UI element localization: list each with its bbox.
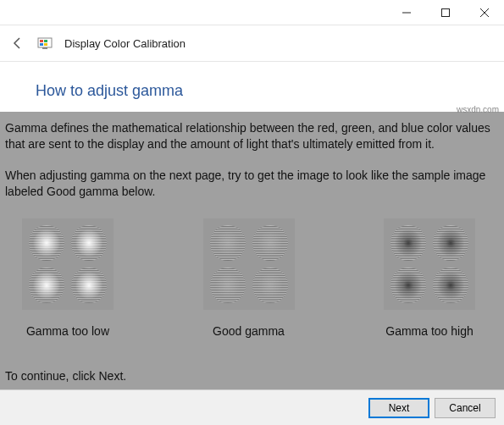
- gamma-good-image: [203, 218, 295, 310]
- back-button[interactable]: [10, 36, 25, 51]
- svg-rect-5: [40, 40, 43, 42]
- gamma-samples: Gamma too low Good gamma Gamma too high: [5, 200, 499, 339]
- svg-rect-9: [42, 47, 47, 49]
- minimize-button[interactable]: [387, 0, 426, 25]
- svg-rect-8: [44, 43, 47, 46]
- svg-rect-7: [40, 43, 43, 46]
- maximize-button[interactable]: [426, 0, 465, 25]
- svg-rect-1: [442, 8, 450, 16]
- sample-label-low: Gamma too low: [26, 323, 109, 339]
- content-area: Gamma defines the mathematical relations…: [0, 112, 504, 389]
- svg-rect-4: [38, 38, 52, 47]
- watermark: wsxdn.com: [457, 105, 499, 114]
- description-1: Gamma defines the mathematical relations…: [5, 120, 499, 152]
- window-titlebar: [0, 0, 504, 25]
- app-title: Display Color Calibration: [64, 37, 186, 50]
- sample-gamma-high: Gamma too high: [384, 218, 475, 339]
- continue-hint: To continue, click Next.: [5, 368, 499, 384]
- cancel-button[interactable]: Cancel: [435, 398, 496, 418]
- description-2: When adjusting gamma on the next page, t…: [5, 168, 499, 200]
- footer-bar: Next Cancel: [0, 389, 504, 425]
- close-button[interactable]: [465, 0, 504, 25]
- sample-label-good: Good gamma: [213, 323, 285, 339]
- page-title: How to adjust gamma: [0, 62, 504, 112]
- sample-gamma-low: Gamma too low: [22, 218, 114, 339]
- sample-label-high: Gamma too high: [385, 323, 474, 339]
- gamma-low-image: [22, 218, 114, 310]
- gamma-high-image: [384, 218, 475, 310]
- app-icon: [37, 36, 53, 51]
- next-button[interactable]: Next: [368, 398, 429, 418]
- header-bar: Display Color Calibration: [0, 25, 504, 61]
- sample-gamma-good: Good gamma: [203, 218, 295, 339]
- svg-rect-6: [44, 40, 47, 42]
